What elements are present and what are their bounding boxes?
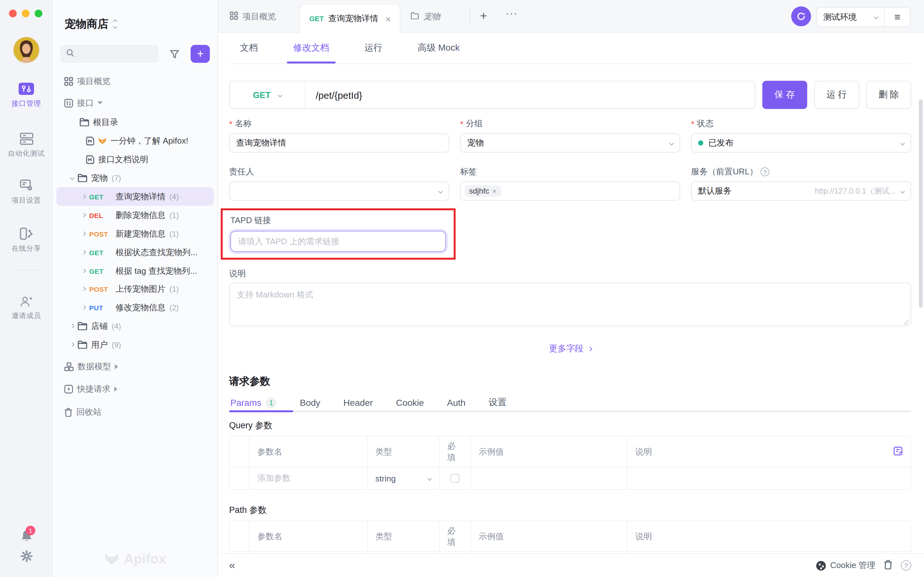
- minimize-window-button[interactable]: [22, 10, 29, 17]
- sidebar-folder-users[interactable]: 用户 (9): [57, 335, 214, 354]
- param-description-cell[interactable]: [628, 467, 911, 489]
- close-window-button[interactable]: [9, 10, 17, 17]
- avatar[interactable]: [13, 37, 39, 63]
- sidebar-folder-store[interactable]: 店铺 (4): [57, 317, 214, 335]
- tab-advanced-mock[interactable]: 高级 Mock: [411, 33, 466, 63]
- url-group: GET /pet/{petId}: [229, 81, 755, 109]
- resize-handle-icon[interactable]: [903, 320, 909, 325]
- sidebar-item-data-models[interactable]: 数据模型: [57, 357, 214, 376]
- sidebar-item-project-overview[interactable]: 项目概览: [57, 72, 214, 90]
- search-input[interactable]: [60, 45, 159, 63]
- sidebar-item-quick-request[interactable]: 快捷请求: [57, 380, 214, 398]
- menu-button[interactable]: ≡: [885, 8, 910, 26]
- filter-button[interactable]: [166, 45, 183, 62]
- sidebar-api-delete-pet[interactable]: DEL 删除宠物信息 (1): [57, 206, 214, 224]
- sidebar-section-label: 接口: [77, 97, 94, 109]
- sidebar-api-create-pet[interactable]: POST 新建宠物信息 (1): [57, 224, 214, 243]
- sidebar-item-recycle-bin[interactable]: 回收站: [57, 403, 214, 421]
- tab-settings[interactable]: 设置: [487, 393, 508, 412]
- run-button[interactable]: 运 行: [814, 81, 859, 109]
- sidebar-doc-api-notes[interactable]: 接口文档说明: [57, 150, 214, 169]
- sidebar-section-api[interactable]: 接口: [57, 93, 214, 112]
- tab-body[interactable]: Body: [298, 393, 321, 412]
- group-select[interactable]: 宠物: [460, 133, 680, 153]
- cookie-manager-button[interactable]: Cookie 管理: [816, 560, 875, 571]
- window-controls: [9, 10, 42, 17]
- tab-label: Cookie: [396, 398, 424, 408]
- apifox-watermark: Apifox: [53, 551, 218, 567]
- add-button[interactable]: +: [191, 45, 210, 63]
- service-select[interactable]: 默认服务http://127.0.0.1（测试...: [691, 181, 911, 201]
- tab-more-button[interactable]: ···: [506, 8, 518, 19]
- param-example-cell[interactable]: [471, 467, 628, 489]
- sidebar-api-get-pet-detail[interactable]: GET 查询宠物详情 (4): [57, 187, 214, 206]
- cookie-icon: [816, 561, 826, 570]
- tab-auth[interactable]: Auth: [446, 393, 467, 412]
- vertical-scrollbar[interactable]: [919, 99, 923, 308]
- tab-cookie[interactable]: Cookie: [395, 393, 425, 412]
- collapse-sidebar-icon[interactable]: «: [229, 559, 235, 572]
- select-column: [230, 521, 250, 551]
- tab-get-pet-detail[interactable]: GET 查询宠物详情 ×: [300, 5, 400, 33]
- rail-item-automated-testing[interactable]: 自动化测试: [0, 133, 53, 158]
- group-value: 宠物: [467, 137, 484, 149]
- sidebar-folder-root[interactable]: 根目录: [57, 113, 214, 131]
- tab-docs[interactable]: 文档: [234, 33, 264, 63]
- item-count: (9): [111, 340, 121, 349]
- api-label: 根据状态查找宠物列...: [115, 247, 198, 258]
- rail-item-invite-members[interactable]: 邀请成员: [0, 296, 53, 321]
- maximize-window-button[interactable]: [35, 10, 42, 17]
- markdown-doc-icon: [86, 155, 94, 164]
- sync-button[interactable]: [791, 6, 811, 26]
- settings-button[interactable]: [0, 550, 53, 562]
- tab-run[interactable]: 运行: [358, 33, 389, 63]
- help-icon[interactable]: ?: [760, 167, 769, 176]
- sidebar-api-update-pet[interactable]: PUT 修改宠物信息 (2): [57, 298, 214, 317]
- delete-button[interactable]: 删 除: [866, 81, 911, 109]
- sidebar-api-upload-image[interactable]: POST 上传宠物图片 (1): [57, 279, 214, 298]
- save-button[interactable]: 保 存: [762, 81, 807, 109]
- method-select[interactable]: GET: [230, 81, 305, 108]
- rail-item-project-settings[interactable]: 项目设置: [0, 179, 53, 205]
- tab-label: 项目概览: [242, 11, 276, 22]
- rail-item-label: 在线分享: [11, 243, 41, 253]
- folder-icon: [79, 118, 89, 126]
- rail-item-api-management[interactable]: 接口管理: [0, 83, 53, 108]
- col-required: 必填: [439, 521, 471, 551]
- method-badge: POST: [89, 285, 111, 293]
- batch-edit-icon[interactable]: [893, 446, 903, 458]
- sidebar-api-find-by-tag[interactable]: GET 根据 tag 查找宠物列...: [57, 261, 214, 280]
- description-textarea[interactable]: [229, 283, 911, 326]
- new-tab-button[interactable]: +: [480, 9, 487, 23]
- tab-pets-folder[interactable]: 宠物: [411, 0, 440, 33]
- help-button[interactable]: ?: [901, 560, 911, 571]
- sidebar-doc-intro[interactable]: 一分钟，了解 Apifox!: [57, 131, 214, 150]
- tapd-link-input[interactable]: [238, 237, 438, 246]
- tab-edit-docs[interactable]: 修改文档: [287, 33, 336, 63]
- owner-select[interactable]: [229, 181, 449, 201]
- field-label: *状态: [691, 118, 911, 129]
- required-checkbox[interactable]: [451, 474, 459, 483]
- project-switcher[interactable]: 宠物商店: [65, 17, 117, 31]
- path-input[interactable]: /pet/{petId}: [305, 81, 754, 108]
- field-service: 服务（前置URL）? 默认服务http://127.0.0.1（测试...: [691, 166, 911, 201]
- doc-tabs: 文档 修改文档 运行 高级 Mock: [229, 33, 911, 64]
- close-tab-icon[interactable]: ×: [385, 13, 391, 24]
- tab-project-overview[interactable]: 项目概览: [230, 0, 276, 33]
- param-name-cell[interactable]: 添加参数: [250, 467, 368, 489]
- tab-header[interactable]: Header: [342, 393, 374, 412]
- rail-item-online-share[interactable]: 在线分享: [0, 227, 53, 253]
- remove-tag-icon[interactable]: ×: [493, 187, 497, 195]
- name-input[interactable]: 查询宠物详情: [229, 133, 449, 153]
- tags-input[interactable]: sdjhfc×: [460, 181, 680, 201]
- tab-label: 运行: [365, 42, 383, 54]
- param-type-select[interactable]: string: [368, 467, 439, 489]
- environment-select[interactable]: 测试环境: [817, 8, 885, 26]
- status-select[interactable]: 已发布: [691, 133, 911, 153]
- status-bar: « Cookie 管理 ?: [218, 553, 924, 577]
- tab-params[interactable]: Params 1: [229, 393, 278, 412]
- sidebar-api-find-by-status[interactable]: GET 根据状态查找宠物列...: [57, 243, 214, 261]
- sidebar-folder-pets[interactable]: 宠物 (7): [57, 169, 214, 187]
- clear-button[interactable]: [884, 560, 893, 571]
- more-fields-link[interactable]: 更多字段: [229, 342, 911, 355]
